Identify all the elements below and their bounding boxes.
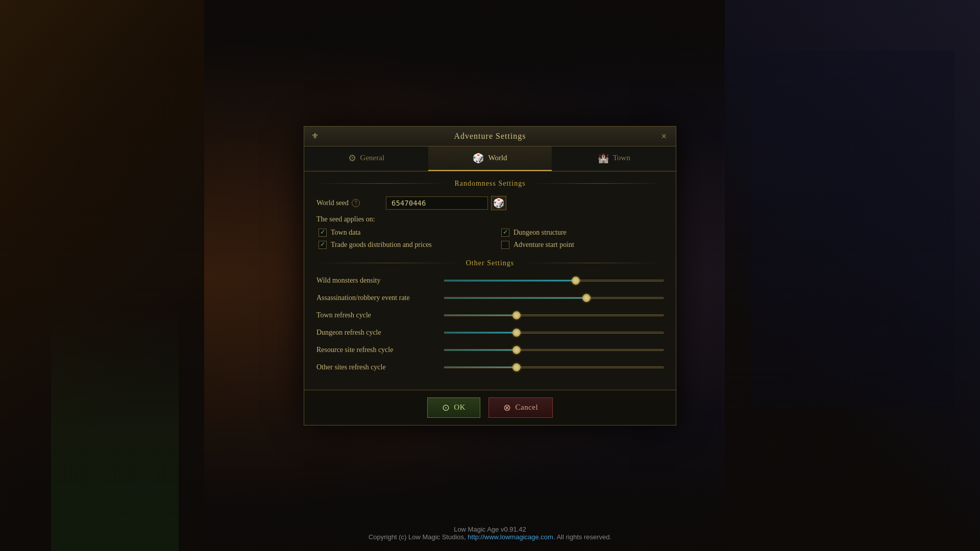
dialog-footer: ⊙ OK ⊗ Cancel <box>304 390 676 425</box>
checkbox-trade-goods[interactable] <box>318 241 327 249</box>
slider-track-resource_refresh <box>444 349 664 351</box>
slider-label-wild_monsters: Wild monsters density <box>316 277 444 285</box>
slider-track-dungeon_refresh <box>444 332 664 334</box>
slider-label-resource_refresh: Resource site refresh cycle <box>316 346 444 354</box>
slider-fill-town_refresh <box>445 315 517 316</box>
checkbox-trade-goods-row: Trade goods distribution and prices <box>318 241 481 249</box>
other-section-line-right <box>520 263 664 263</box>
tab-general-label: General <box>360 154 384 162</box>
slider-label-dungeon_refresh: Dungeon refresh cycle <box>316 329 444 337</box>
slider-thumb-assassination[interactable] <box>582 294 591 302</box>
cancel-button[interactable]: ⊗ Cancel <box>488 397 553 418</box>
slider-fill-assassination <box>445 297 586 298</box>
slider-row-wild_monsters: Wild monsters density <box>316 276 664 286</box>
ok-icon: ⊙ <box>442 402 450 413</box>
slider-track-wrap-other_refresh[interactable] <box>444 362 664 372</box>
checkbox-dungeon-structure-row: Dungeon structure <box>501 229 664 237</box>
world-seed-row: World seed ? 🎲 <box>316 196 664 210</box>
slider-thumb-other_refresh[interactable] <box>512 363 521 371</box>
slider-fill-wild_monsters <box>445 280 576 281</box>
sliders-container: Wild monsters densityAssassination/robbe… <box>316 276 664 372</box>
checkbox-adventure-start-label: Adventure start point <box>513 241 574 249</box>
slider-label-other_refresh: Other sites refresh cycle <box>316 363 444 371</box>
randomness-section-header: Randomness Settings <box>316 180 664 188</box>
tab-world-label: World <box>488 154 507 162</box>
slider-track-town_refresh <box>444 314 664 316</box>
slider-fill-dungeon_refresh <box>445 332 517 333</box>
slider-row-assassination: Assassination/robbery event rate <box>316 293 664 303</box>
slider-thumb-resource_refresh[interactable] <box>512 346 521 354</box>
slider-thumb-wild_monsters[interactable] <box>572 277 580 285</box>
slider-row-town_refresh: Town refresh cycle <box>316 310 664 320</box>
footer-link[interactable]: http://www.lowmagicage.com <box>468 533 553 541</box>
footer-line2: Copyright (c) Low Magic Studios, http://… <box>369 533 611 541</box>
slider-thumb-town_refresh[interactable] <box>512 311 521 319</box>
slider-fill-other_refresh <box>445 367 517 368</box>
app-footer: Low Magic Age v0.91.42 Copyright (c) Low… <box>369 525 611 541</box>
slider-row-other_refresh: Other sites refresh cycle <box>316 362 664 372</box>
tabs-bar: ⚙ General 🎲 World 🏰 Town <box>304 146 676 171</box>
seed-input-wrap: 🎲 <box>386 196 506 210</box>
footer-copyright: Copyright (c) Low Magic Studios, <box>369 533 468 541</box>
slider-row-dungeon_refresh: Dungeon refresh cycle <box>316 328 664 338</box>
slider-row-resource_refresh: Resource site refresh cycle <box>316 345 664 355</box>
slider-track-wrap-resource_refresh[interactable] <box>444 345 664 355</box>
applies-label: The seed applies on: <box>316 215 664 223</box>
background-right-figure <box>750 51 954 408</box>
world-seed-label-text: World seed <box>316 199 349 207</box>
world-seed-label: World seed ? <box>316 199 378 207</box>
section-line-left <box>316 183 448 184</box>
other-section-title: Other Settings <box>466 259 514 267</box>
checkbox-adventure-start-row: Adventure start point <box>501 241 664 249</box>
tab-town[interactable]: 🏰 Town <box>552 146 676 171</box>
town-tab-icon: 🏰 <box>598 153 609 164</box>
randomness-section-title: Randomness Settings <box>454 180 525 188</box>
slider-thumb-dungeon_refresh[interactable] <box>512 329 521 337</box>
cancel-icon: ⊗ <box>503 402 511 413</box>
adventure-settings-dialog: ⚜ Adventure Settings × ⚙ General 🎲 World… <box>304 126 676 425</box>
ok-label: OK <box>454 403 465 412</box>
slider-label-assassination: Assassination/robbery event rate <box>316 294 444 302</box>
dialog-content: Randomness Settings World seed ? 🎲 The s… <box>304 171 676 390</box>
slider-fill-resource_refresh <box>445 349 517 350</box>
slider-label-town_refresh: Town refresh cycle <box>316 311 444 319</box>
dialog-title: Adventure Settings <box>454 132 526 141</box>
checkboxes-grid: Town data Dungeon structure Trade goods … <box>318 229 664 249</box>
slider-track-wild_monsters <box>444 280 664 282</box>
close-button[interactable]: × <box>658 131 670 142</box>
footer-rights: . All rights reserved. <box>553 533 611 541</box>
dialog-titlebar: ⚜ Adventure Settings × <box>304 127 676 146</box>
slider-track-wrap-wild_monsters[interactable] <box>444 276 664 286</box>
general-tab-icon: ⚙ <box>348 153 356 164</box>
randomize-seed-button[interactable]: 🎲 <box>491 196 506 210</box>
tab-general[interactable]: ⚙ General <box>304 146 428 171</box>
world-tab-icon: 🎲 <box>473 153 484 164</box>
ok-button[interactable]: ⊙ OK <box>427 397 480 418</box>
checkbox-adventure-start[interactable] <box>501 241 509 249</box>
cancel-label: Cancel <box>516 403 538 412</box>
world-seed-input[interactable] <box>386 196 488 210</box>
other-section-line-left <box>316 263 460 263</box>
help-icon[interactable]: ? <box>352 199 360 207</box>
checkbox-trade-goods-label: Trade goods distribution and prices <box>331 241 432 249</box>
tab-world[interactable]: 🎲 World <box>428 146 552 171</box>
tab-town-label: Town <box>613 154 630 162</box>
background-knight <box>51 245 179 551</box>
checkbox-dungeon-structure[interactable] <box>501 229 509 237</box>
slider-track-wrap-town_refresh[interactable] <box>444 310 664 320</box>
footer-line1: Low Magic Age v0.91.42 <box>369 525 611 533</box>
slider-track-wrap-assassination[interactable] <box>444 293 664 303</box>
slider-track-wrap-dungeon_refresh[interactable] <box>444 328 664 338</box>
other-section-header: Other Settings <box>316 259 664 267</box>
slider-track-assassination <box>444 297 664 299</box>
checkbox-town-data[interactable] <box>318 229 327 237</box>
dialog-title-icon: ⚜ <box>311 131 318 141</box>
slider-track-other_refresh <box>444 366 664 368</box>
checkbox-town-data-label: Town data <box>331 229 361 237</box>
checkbox-dungeon-structure-label: Dungeon structure <box>513 229 567 237</box>
checkbox-town-data-row: Town data <box>318 229 481 237</box>
section-line-right <box>532 183 664 184</box>
